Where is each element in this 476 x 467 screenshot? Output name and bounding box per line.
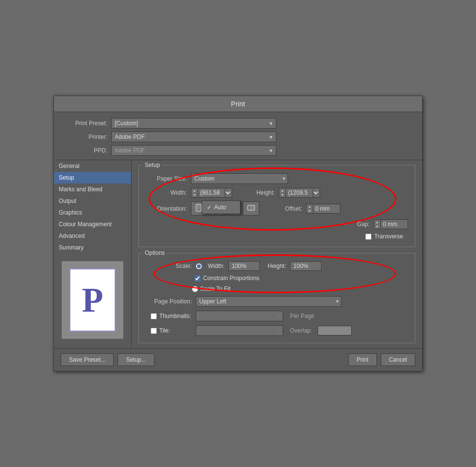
options-section: Options Scale: Width: 100% Height: 100% <box>138 253 415 343</box>
scale-radio-group <box>196 263 202 269</box>
ppd-select[interactable]: Adobe PDF <box>111 145 276 156</box>
thumbnails-select[interactable] <box>196 311 283 321</box>
width-spin-buttons: ▲ ▼ <box>191 188 198 197</box>
width-input-group: ▲ ▼ (861.58 ▼ <box>191 188 232 198</box>
sidebar-item-colour-management[interactable]: Colour Management <box>54 218 131 230</box>
ppd-row: PPD: Adobe PDF ▼ <box>64 145 412 156</box>
width-unit-dropdown[interactable]: ▼ <box>225 188 232 197</box>
sidebar-item-marks-bleed[interactable]: Marks and Bleed <box>54 183 131 195</box>
offset-spin-down[interactable]: ▼ <box>306 209 313 213</box>
offset-input-group: ▲ ▼ 0 mm <box>306 204 340 214</box>
svg-rect-1 <box>197 205 200 209</box>
thumbnails-checkbox-wrap: Thumbnails: <box>151 313 192 319</box>
printer-select[interactable]: Adobe PDF <box>111 132 276 142</box>
printer-select-wrap: Adobe PDF ▼ <box>111 132 276 142</box>
scale-to-fit-radio[interactable] <box>192 286 198 292</box>
setup-section: Setup Paper Size: Custom ▼ <box>138 165 415 247</box>
setup-fields: Paper Size: Custom ▼ Width: <box>146 173 408 240</box>
tile-select-wrap: ▼ <box>196 325 283 336</box>
height-input[interactable]: (1209.5 <box>286 188 313 197</box>
width-spin-up[interactable]: ▲ <box>191 188 198 193</box>
orient-landscape-flip-btn[interactable] <box>243 201 259 216</box>
sidebar-item-output[interactable]: Output <box>54 195 131 207</box>
scale-height-label: Height: <box>268 263 286 269</box>
page-position-select-wrap: Upper Left ▼ <box>196 296 341 307</box>
options-fields: Scale: Width: 100% Height: 100% Con <box>146 261 408 336</box>
gap-input-group: ▲ ▼ 0 mm <box>374 219 408 229</box>
width-field-group: ▲ ▼ (861.58 ▼ ✓ <box>191 188 232 198</box>
print-dialog: Print Print Preset: [Custom] ▼ Printer: … <box>53 96 423 371</box>
per-page-label: Per Page <box>290 313 314 319</box>
height-unit-dropdown[interactable]: ▼ <box>313 188 320 197</box>
sidebar-item-advanced[interactable]: Advanced <box>54 230 131 242</box>
transverse-row: Transverse <box>146 233 408 240</box>
transverse-wrap: Transverse <box>365 233 403 240</box>
height-label: Height: <box>251 189 275 196</box>
height-spin-buttons: ▲ ▼ <box>279 188 286 197</box>
height-spin-up[interactable]: ▲ <box>279 188 286 193</box>
constrain-label: Constrain Proportions <box>203 275 259 282</box>
setup-section-title: Setup <box>143 162 162 168</box>
width-spin-down[interactable]: ▼ <box>191 193 198 197</box>
sidebar-item-graphics[interactable]: Graphics <box>54 207 131 218</box>
orientation-offset-row: Orientation: <box>146 201 408 216</box>
print-preset-select[interactable]: [Custom] <box>111 118 276 129</box>
bottom-right-buttons: Print Cancel <box>348 353 415 366</box>
tile-checkbox[interactable] <box>151 328 157 334</box>
width-auto-dropdown: ✓ Auto <box>202 200 240 214</box>
sidebar-item-setup[interactable]: Setup <box>54 172 131 183</box>
page-position-row: Page Position: Upper Left ▼ <box>146 296 408 307</box>
constrain-checkbox[interactable] <box>194 275 201 282</box>
scale-radio[interactable] <box>196 263 202 269</box>
width-label: Width: <box>146 189 187 196</box>
thumbnails-label: Thumbnails: <box>159 313 191 319</box>
thumbnails-checkbox[interactable] <box>151 313 157 319</box>
scale-label: Scale: <box>146 263 192 269</box>
options-section-title: Options <box>143 250 167 256</box>
print-preset-row: Print Preset: [Custom] ▼ <box>64 118 412 129</box>
sidebar-item-summary[interactable]: Summary <box>54 242 131 253</box>
gap-input[interactable]: 0 mm <box>381 220 408 229</box>
ppd-label: PPD: <box>64 147 107 154</box>
width-input[interactable]: (861.58 <box>198 188 225 197</box>
auto-item[interactable]: ✓ Auto <box>202 202 240 213</box>
ppd-select-wrap: Adobe PDF ▼ <box>111 145 276 156</box>
sidebar-item-general[interactable]: General <box>54 160 131 172</box>
scale-width-input[interactable]: 100% <box>228 261 260 271</box>
thumbnails-select-wrap: ▼ <box>196 311 283 321</box>
paper-size-label: Paper Size: <box>146 175 187 182</box>
offset-spin-up[interactable]: ▲ <box>306 204 313 209</box>
svg-rect-7 <box>250 206 254 209</box>
gap-spin-buttons: ▲ ▼ <box>374 220 381 229</box>
paper-size-row: Paper Size: Custom ▼ <box>146 173 408 184</box>
paper-size-select[interactable]: Custom <box>191 173 288 184</box>
gap-spin-up[interactable]: ▲ <box>374 220 380 224</box>
setup-button[interactable]: Setup... <box>118 353 154 366</box>
preview-area: P <box>54 253 131 347</box>
bottom-left-buttons: Save Preset... Setup... <box>61 353 154 366</box>
height-spin-down[interactable]: ▼ <box>279 193 286 197</box>
gap-spin-down[interactable]: ▼ <box>374 224 380 229</box>
gap-transverse-row: Gap: ▲ ▼ 0 mm <box>146 219 408 229</box>
cancel-button[interactable]: Cancel <box>381 353 415 366</box>
print-button[interactable]: Print <box>348 353 377 366</box>
tile-select[interactable] <box>196 325 283 336</box>
overlap-input <box>318 326 352 335</box>
scale-to-fit-label: Scale To Fit <box>200 285 230 292</box>
transverse-checkbox[interactable] <box>365 234 372 240</box>
page-position-select[interactable]: Upper Left <box>196 296 341 307</box>
page-position-label: Page Position: <box>146 298 192 305</box>
offset-input[interactable]: 0 mm <box>313 204 340 213</box>
page-preview: P <box>62 261 123 339</box>
save-preset-button[interactable]: Save Preset... <box>61 353 114 366</box>
scale-height-input[interactable]: 100% <box>290 261 322 271</box>
overlap-label: Overlap: <box>290 327 312 334</box>
offset-spin-buttons: ▲ ▼ <box>306 204 313 213</box>
scale-to-fit-radio-group: Scale To Fit <box>192 285 230 292</box>
offset-group: Offset: ▲ ▼ 0 mm <box>278 204 340 214</box>
top-fields: Print Preset: [Custom] ▼ Printer: Adobe … <box>54 112 422 160</box>
tile-row: Tile: ▼ Overlap: <box>146 325 408 336</box>
scale-to-fit-row: Scale To Fit <box>192 285 408 292</box>
constrain-row: Constrain Proportions <box>194 275 408 282</box>
page-inner: P <box>69 268 116 332</box>
